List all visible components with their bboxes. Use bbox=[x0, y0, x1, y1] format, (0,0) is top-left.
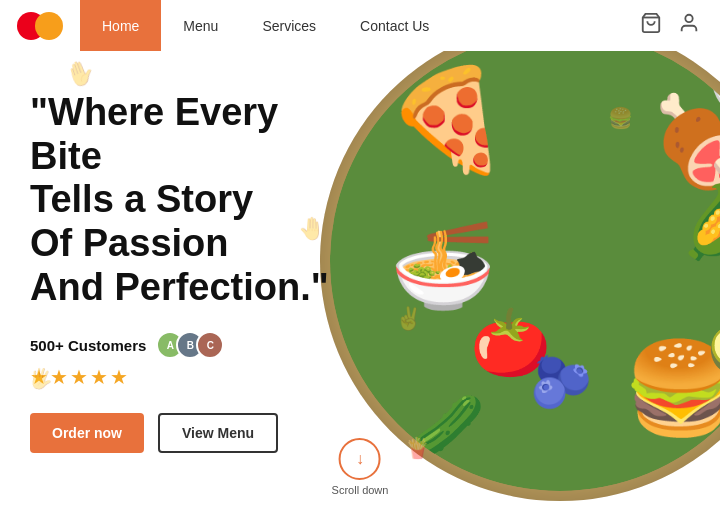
customers-row: 500+ Customers A B C bbox=[30, 331, 340, 359]
scroll-down[interactable]: ↓ Scroll down bbox=[332, 438, 389, 496]
avatar-3: C bbox=[196, 331, 224, 359]
food-pizza: 🍕 bbox=[385, 61, 510, 179]
scroll-circle: ↓ bbox=[339, 438, 381, 480]
star-5: ★ bbox=[110, 365, 128, 389]
star-4: ★ bbox=[90, 365, 108, 389]
food-avocado: 🥑 bbox=[706, 311, 720, 376]
food-ramen: 🍜 bbox=[390, 216, 496, 316]
svg-point-1 bbox=[685, 15, 692, 22]
food-corn: 🌽 bbox=[683, 181, 720, 263]
star-rating: ★ ★ ★ ★ ★ bbox=[30, 365, 340, 389]
order-now-button[interactable]: Order now bbox=[30, 413, 144, 453]
doodle-hand-4: ✌️ bbox=[395, 306, 422, 332]
mc-orange-circle bbox=[35, 12, 63, 40]
main-nav: Home Menu Services Contact Us bbox=[80, 0, 451, 51]
doodle-hand-2: 🤚 bbox=[298, 216, 325, 242]
doodle-food-2: 🍟 bbox=[405, 436, 430, 460]
cta-buttons: Order now View Menu bbox=[30, 413, 340, 453]
nav-item-services[interactable]: Services bbox=[240, 0, 338, 51]
doodle-hand-1: ✋ bbox=[61, 55, 99, 92]
view-menu-button[interactable]: View Menu bbox=[158, 413, 278, 453]
food-cabbage: 🫐 bbox=[530, 353, 592, 411]
doodle-food-1: 🍔 bbox=[608, 106, 633, 130]
header-icons bbox=[640, 12, 720, 39]
hero-section: 🍕 🍖 🍜 🥗 🌽 🍔 🍅 🥒 🥑 🫐 ✋ 🤚 🖐 ✌️ 🍔 🍟 bbox=[0, 51, 720, 512]
cart-icon[interactable] bbox=[640, 12, 662, 39]
star-3: ★ bbox=[70, 365, 88, 389]
hero-heading: "Where Every Bite Tells a Story Of Passi… bbox=[30, 91, 340, 309]
nav-item-menu[interactable]: Menu bbox=[161, 0, 240, 51]
nav-item-contact[interactable]: Contact Us bbox=[338, 0, 451, 51]
mastercard-logo bbox=[17, 12, 63, 40]
user-icon[interactable] bbox=[678, 12, 700, 39]
scroll-label: Scroll down bbox=[332, 484, 389, 496]
logo-area bbox=[0, 0, 80, 51]
food-salad: 🥗 bbox=[706, 51, 720, 129]
hero-text: "Where Every Bite Tells a Story Of Passi… bbox=[30, 91, 340, 453]
nav-item-home[interactable]: Home bbox=[80, 0, 161, 51]
header: Home Menu Services Contact Us bbox=[0, 0, 720, 51]
avatar-group: A B C bbox=[156, 331, 224, 359]
customer-count: 500+ Customers bbox=[30, 337, 146, 354]
